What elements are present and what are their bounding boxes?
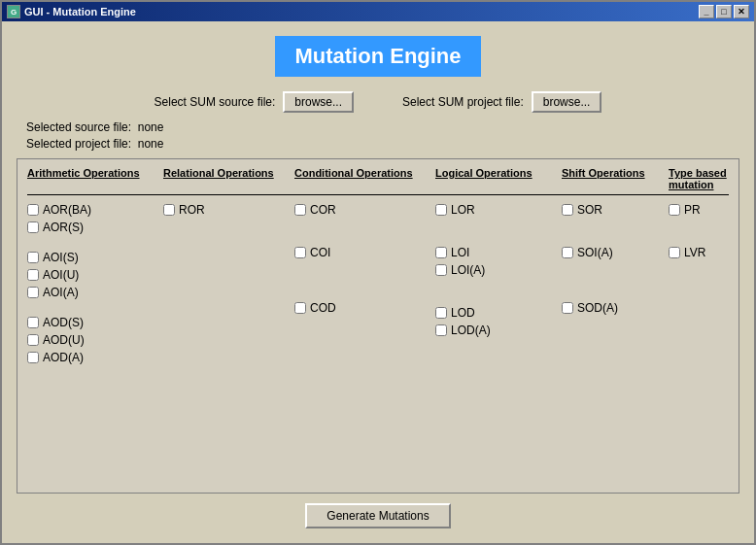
type-based-column: PR LVR bbox=[669, 203, 729, 365]
shift-column: SOR SOI(A) SOD(A) bbox=[562, 203, 669, 365]
lod-a-checkbox[interactable] bbox=[435, 324, 447, 336]
list-item: COI bbox=[294, 246, 435, 259]
list-item: SOI(A) bbox=[562, 246, 669, 259]
sor-label: SOR bbox=[577, 203, 602, 217]
sod-a-label: SOD(A) bbox=[577, 301, 618, 315]
loi-a-checkbox[interactable] bbox=[435, 264, 447, 276]
lod-label: LOD bbox=[451, 306, 475, 320]
list-item: AOI(A) bbox=[27, 286, 163, 299]
loi-label: LOI bbox=[451, 246, 469, 259]
logical-header: Logical Operations bbox=[435, 167, 562, 190]
ror-label: ROR bbox=[179, 203, 205, 217]
aoi-u-checkbox[interactable] bbox=[27, 269, 39, 281]
lvr-checkbox[interactable] bbox=[669, 247, 680, 258]
pr-checkbox[interactable] bbox=[669, 204, 680, 216]
list-item: LOI(A) bbox=[435, 263, 562, 277]
title-bar: G GUI - Mutation Engine _ □ ✕ bbox=[2, 2, 754, 21]
sod-a-checkbox[interactable] bbox=[562, 302, 573, 314]
logical-column: LOR LOI LOI(A) bbox=[435, 203, 562, 365]
generate-btn-area: Generate Mutations bbox=[17, 503, 739, 533]
project-file-group: Select SUM project file: browse... bbox=[402, 91, 601, 113]
title-bar-left: G GUI - Mutation Engine bbox=[7, 5, 136, 18]
conditional-column: COR COI COD bbox=[294, 203, 435, 365]
generate-mutations-button[interactable]: Generate Mutations bbox=[305, 503, 450, 528]
list-item: ROR bbox=[163, 203, 294, 217]
sor-checkbox[interactable] bbox=[562, 204, 573, 216]
title-bar-controls: _ □ ✕ bbox=[699, 5, 749, 18]
list-item: AOD(A) bbox=[27, 351, 163, 364]
close-button[interactable]: ✕ bbox=[734, 5, 749, 18]
lod-a-label: LOD(A) bbox=[451, 324, 491, 337]
arithmetic-column: AOR(BA) AOR(S) AOI(S) AOI(U) bbox=[27, 203, 163, 365]
ror-checkbox[interactable] bbox=[163, 204, 175, 216]
relational-column: ROR bbox=[163, 203, 294, 365]
coi-label: COI bbox=[310, 246, 330, 259]
conditional-header: Conditional Operations bbox=[294, 167, 435, 190]
shift-header: Shift Operations bbox=[562, 167, 669, 190]
aor-s-checkbox[interactable] bbox=[27, 221, 39, 233]
cod-label: COD bbox=[310, 301, 336, 315]
selected-project-info: Selected project file: none bbox=[26, 137, 739, 151]
window-icon: G bbox=[7, 5, 20, 18]
aod-a-label: AOD(A) bbox=[43, 351, 84, 364]
list-item: SOR bbox=[562, 203, 669, 217]
app-title: Mutation Engine bbox=[275, 36, 480, 77]
aor-ba-checkbox[interactable] bbox=[27, 204, 39, 216]
list-item: AOD(U) bbox=[27, 333, 163, 347]
aoi-a-label: AOI(A) bbox=[43, 286, 79, 299]
list-item: PR bbox=[669, 203, 729, 217]
aoi-u-label: AOI(U) bbox=[43, 268, 79, 282]
list-item: AOR(BA) bbox=[27, 203, 163, 217]
aoi-s-label: AOI(S) bbox=[43, 251, 79, 264]
source-file-group: Select SUM source file: browse... bbox=[155, 91, 354, 113]
lod-checkbox[interactable] bbox=[435, 307, 447, 319]
arithmetic-header: Arithmetic Operations bbox=[27, 167, 163, 190]
list-item: AOR(S) bbox=[27, 221, 163, 234]
cor-checkbox[interactable] bbox=[294, 204, 306, 216]
aod-u-label: AOD(U) bbox=[43, 333, 85, 347]
aod-u-checkbox[interactable] bbox=[27, 334, 39, 346]
lor-checkbox[interactable] bbox=[435, 204, 447, 216]
list-item: LOD(A) bbox=[435, 324, 562, 337]
selected-source-label: Selected source file: bbox=[26, 120, 131, 134]
list-item: LOR bbox=[435, 203, 562, 217]
list-item: SOD(A) bbox=[562, 301, 669, 315]
project-file-label: Select SUM project file: bbox=[402, 95, 524, 109]
type-based-header: Type based mutation bbox=[669, 167, 729, 190]
list-item: AOI(S) bbox=[27, 251, 163, 264]
maximize-button[interactable]: □ bbox=[716, 5, 732, 18]
window-title: GUI - Mutation Engine bbox=[24, 6, 136, 17]
cod-checkbox[interactable] bbox=[294, 302, 306, 314]
list-item: LVR bbox=[669, 246, 729, 259]
minimize-button[interactable]: _ bbox=[699, 5, 714, 18]
aoi-s-checkbox[interactable] bbox=[27, 252, 39, 263]
ops-header: Arithmetic Operations Relational Operati… bbox=[27, 167, 729, 195]
loi-a-label: LOI(A) bbox=[451, 263, 485, 277]
aod-s-label: AOD(S) bbox=[43, 316, 84, 329]
selected-source-value: none bbox=[138, 120, 164, 134]
project-browse-button[interactable]: browse... bbox=[532, 91, 602, 113]
source-file-label: Select SUM source file: bbox=[155, 95, 276, 109]
source-browse-button[interactable]: browse... bbox=[283, 91, 354, 113]
main-window: G GUI - Mutation Engine _ □ ✕ Mutation E… bbox=[0, 0, 756, 545]
cor-label: COR bbox=[310, 203, 336, 217]
aod-s-checkbox[interactable] bbox=[27, 317, 39, 328]
coi-checkbox[interactable] bbox=[294, 247, 306, 258]
lor-label: LOR bbox=[451, 203, 475, 217]
pr-label: PR bbox=[684, 203, 701, 217]
selected-source-info: Selected source file: none bbox=[26, 120, 739, 134]
loi-checkbox[interactable] bbox=[435, 247, 447, 258]
operations-area: Arithmetic Operations Relational Operati… bbox=[17, 158, 739, 494]
aoi-a-checkbox[interactable] bbox=[27, 287, 39, 298]
aor-ba-label: AOR(BA) bbox=[43, 203, 91, 217]
soi-a-checkbox[interactable] bbox=[562, 247, 573, 258]
selected-project-value: none bbox=[138, 137, 164, 151]
list-item: COD bbox=[294, 301, 435, 315]
aor-s-label: AOR(S) bbox=[43, 221, 84, 234]
aod-a-checkbox[interactable] bbox=[27, 352, 39, 363]
ops-grid: AOR(BA) AOR(S) AOI(S) AOI(U) bbox=[27, 203, 729, 365]
file-selection-row: Select SUM source file: browse... Select… bbox=[17, 91, 739, 113]
list-item: AOI(U) bbox=[27, 268, 163, 282]
content-area: Mutation Engine Select SUM source file: … bbox=[2, 21, 754, 543]
soi-a-label: SOI(A) bbox=[577, 246, 613, 259]
